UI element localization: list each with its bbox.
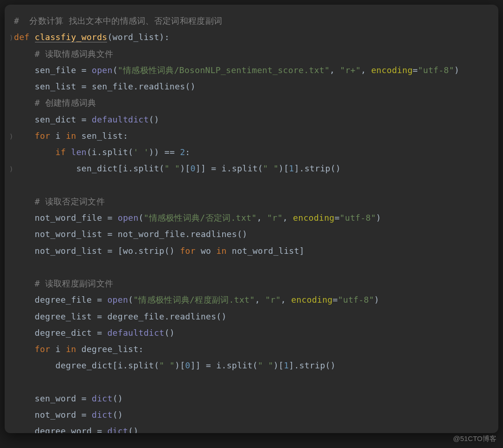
code-line: not_word_list = not_word_file.readlines(… — [9, 226, 494, 243]
code-line: for i in degree_list: — [9, 341, 494, 358]
code-line: degree_dict[i.split(" ")[0]] = i.split("… — [9, 358, 494, 374]
code-line: )def classfiy_words(word_list): — [9, 29, 494, 46]
code-line: sen_file = open("情感极性词典/BosonNLP_sentime… — [9, 62, 494, 79]
code-line: sen_dict = defaultdict() — [9, 112, 494, 128]
code-line: # 读取程度副词文件 — [9, 276, 494, 292]
code-line: ) for i in sen_list: — [9, 128, 494, 144]
watermark-text: @51CTO博客 — [453, 434, 496, 443]
code-line: not_word = dict() — [9, 407, 494, 423]
code-editor[interactable]: # 分数计算 找出文本中的情感词、否定词和程度副词 )def classfiy_… — [5, 5, 498, 433]
code-block[interactable]: # 分数计算 找出文本中的情感词、否定词和程度副词 )def classfiy_… — [5, 5, 498, 433]
code-line: if len(i.split(' ')) == 2: — [9, 144, 494, 161]
code-line: sen_list = sen_file.readlines() — [9, 79, 494, 95]
code-line: not_word_file = open("情感极性词典/否定词.txt", "… — [9, 210, 494, 226]
code-line: degree_file = open("情感极性词典/程度副词.txt", "r… — [9, 292, 494, 308]
code-line — [9, 374, 494, 391]
code-line — [9, 259, 494, 276]
code-line: # 创建情感词典 — [9, 95, 494, 111]
code-line: ) sen_dict[i.split(" ")[0]] = i.split(" … — [9, 161, 494, 177]
code-line: degree_list = degree_file.readlines() — [9, 309, 494, 325]
code-line: degree_dict = defaultdict() — [9, 325, 494, 341]
code-line: sen_word = dict() — [9, 391, 494, 407]
code-line — [9, 177, 494, 194]
code-line: not_word_list = [wo.strip() for wo in no… — [9, 243, 494, 259]
code-line: # 读取否定词文件 — [9, 194, 494, 210]
code-line: degree_word = dict() — [9, 423, 494, 433]
code-line: # 读取情感词典文件 — [9, 46, 494, 62]
code-line: # 分数计算 找出文本中的情感词、否定词和程度副词 — [9, 13, 494, 29]
